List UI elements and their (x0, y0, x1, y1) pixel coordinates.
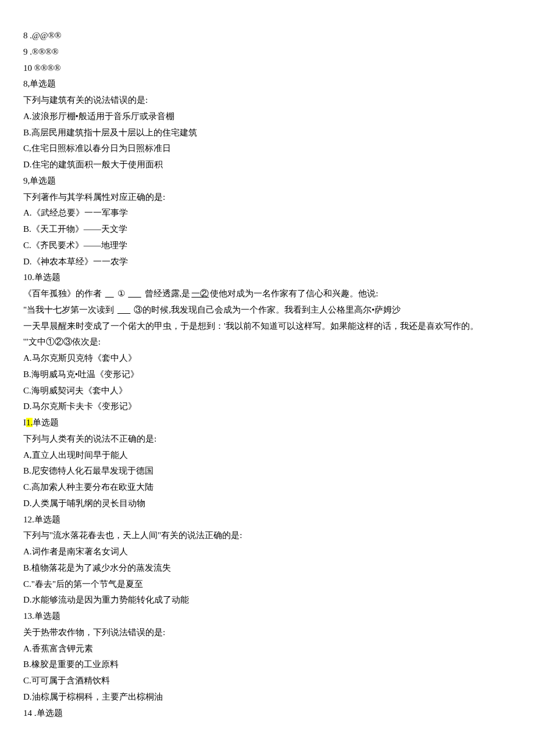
option-b: B.植物落花是为了减少水分的蒸发流失 (23, 560, 512, 576)
question-header: I1.单选题 (23, 415, 512, 431)
question-stem: 关于热带农作物，下列说法错误的是: (23, 625, 512, 641)
question-stem: '"文中①②③依次是: (23, 334, 512, 350)
option-d: D.马尔克斯卡夫卡《变形记》 (23, 399, 512, 415)
blank-underline: 一② (190, 289, 210, 298)
question-header: 8,单选题 (23, 76, 512, 92)
option-a: A.词作者是南宋著名女词人 (23, 544, 512, 560)
option-b: B.海明威马克•吐温《变形记》 (23, 367, 512, 383)
question-header: 12.单选题 (23, 512, 512, 528)
text: "当我十七岁第一次读到 (23, 305, 114, 314)
option-d: D.水能够流动是因为重力势能转化成了动能 (23, 592, 512, 608)
option-c: C.海明威契诃夫《套中人》 (23, 383, 512, 399)
blank-placeholder: ① (117, 289, 125, 298)
option-c: C.可可属于含酒精饮料 (23, 673, 512, 689)
question-header: 14 .单选题 (23, 705, 512, 722)
blank-underline (116, 305, 132, 314)
option-d: D.住宅的建筑面积一般大于使用面积 (23, 157, 512, 173)
text: 单选题 (33, 418, 59, 427)
option-b: B.橡胶是重要的工业原料 (23, 657, 512, 673)
option-a: A.《武经总要》一一军事学 (23, 205, 512, 221)
blank-underline (127, 289, 142, 298)
option-a: A,直立人出现时间早于能人 (23, 447, 512, 464)
option-b: B.高层民用建筑指十层及十层以上的住宅建筑 (23, 125, 512, 141)
text-line: 9 .®®®® (23, 44, 512, 60)
text-line: 8 .@@®® (23, 28, 512, 44)
question-stem: 下列与建筑有关的说法错误的是: (23, 92, 512, 109)
option-d: D.《神农本草经》一一农学 (23, 254, 512, 270)
question-stem: "当我十七岁第一次读到 ③的时候,我发现自己会成为一个作家。我看到主人公格里高尔… (23, 302, 512, 318)
question-stem: 下列与"流水落花春去也，天上人间"有关的说法正确的是: (23, 528, 512, 544)
text: 曾经透露,是 (145, 289, 191, 298)
option-c: C,住宅日照标准以春分日为日照标准日 (23, 141, 512, 157)
option-b: B.尼安德特人化石最早发现于德国 (23, 463, 512, 479)
text: ③的时候,我发现自己会成为一个作家。我看到主人公格里高尔•萨姆沙 (134, 305, 401, 314)
text: 使他对成为一名作家有了信心和兴趣。他说: (210, 289, 378, 298)
option-a: A.马尔克斯贝克特《套中人》 (23, 350, 512, 367)
option-c: C.高加索人种主要分布在欧亚大陆 (23, 479, 512, 496)
option-c: C."春去"后的第一个节气是夏至 (23, 576, 512, 593)
text: 《百年孤独》的作者 (23, 289, 102, 298)
option-a: A.波浪形厅棚•般适用于音乐厅或录音棚 (23, 109, 512, 125)
option-a: A.香蕉富含钾元素 (23, 641, 512, 657)
question-header: 10.单选题 (23, 270, 512, 286)
option-d: D.油棕属于棕桐科，主要产出棕桐油 (23, 689, 512, 705)
question-stem: 《百年孤独》的作者 ① 曾经透露,是一②使他对成为一名作家有了信心和兴趣。他说: (23, 286, 512, 302)
document-page: 8 .@@®® 9 .®®®® 10 ®®®® 8,单选题 下列与建筑有关的说法… (0, 0, 535, 744)
option-c: C.《齐民要术》——地理学 (23, 238, 512, 254)
highlighted-text: 1. (26, 418, 33, 427)
option-d: D.人类属于哺乳纲的灵长目动物 (23, 496, 512, 512)
blank-underline (104, 289, 115, 298)
question-stem: 下列与人类有关的说法不正确的是: (23, 431, 512, 447)
question-header: 13.单选题 (23, 608, 512, 625)
text-line: 10 ®®®® (23, 60, 512, 77)
option-b: B.《天工开物》——天文学 (23, 221, 512, 238)
question-header: 9,单选题 (23, 173, 512, 189)
question-stem: 下列著作与其学科属性对应正确的是: (23, 189, 512, 206)
question-stem: 一天早晨醒来时变成了一个偌大的甲虫，于是想到：'我以前不知道可以这样写。如果能这… (23, 318, 512, 335)
